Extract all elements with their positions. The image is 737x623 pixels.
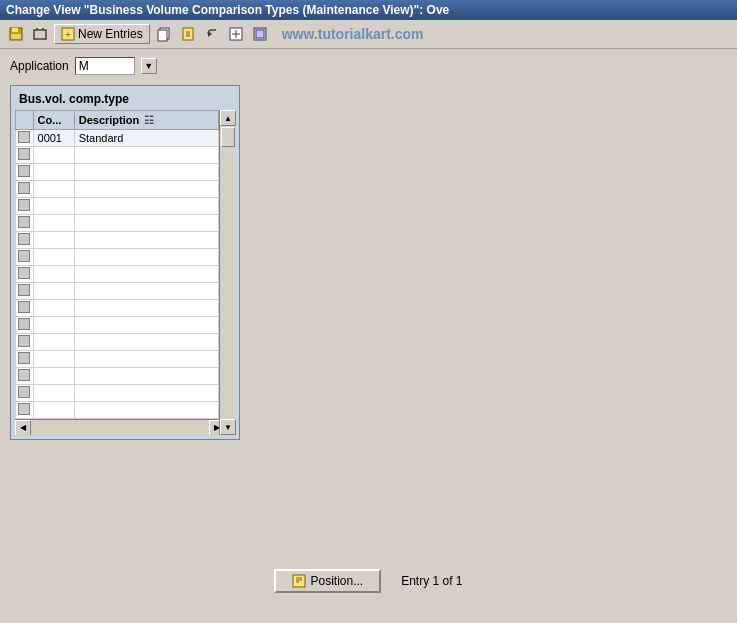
table-row[interactable] xyxy=(16,402,219,419)
table-row[interactable] xyxy=(16,147,219,164)
svg-rect-3 xyxy=(34,30,46,39)
select-all-icon[interactable] xyxy=(250,24,270,44)
svg-rect-19 xyxy=(256,30,264,38)
cell-code: 0001 xyxy=(33,130,74,147)
row-checkbox[interactable] xyxy=(18,403,30,415)
cell-description xyxy=(74,181,218,198)
cell-code xyxy=(33,300,74,317)
new-entries-label: New Entries xyxy=(78,27,143,41)
table-row[interactable] xyxy=(16,164,219,181)
scroll-left-button[interactable]: ◀ xyxy=(15,420,31,436)
table-settings-icon[interactable]: ☷ xyxy=(142,113,156,127)
cell-code xyxy=(33,215,74,232)
cell-code xyxy=(33,266,74,283)
table-row[interactable] xyxy=(16,198,219,215)
row-checkbox[interactable] xyxy=(18,148,30,160)
cell-code xyxy=(33,249,74,266)
scroll-right-button[interactable]: ▶ xyxy=(209,420,219,436)
move-icon[interactable] xyxy=(226,24,246,44)
cell-description xyxy=(74,232,218,249)
row-checkbox[interactable] xyxy=(18,250,30,262)
cell-description xyxy=(74,334,218,351)
cell-description: Standard xyxy=(74,130,218,147)
table-row[interactable] xyxy=(16,368,219,385)
application-input[interactable] xyxy=(75,57,135,75)
row-checkbox[interactable] xyxy=(18,318,30,330)
table-row[interactable]: 0001Standard xyxy=(16,130,219,147)
row-checkbox[interactable] xyxy=(18,284,30,296)
table-container: Bus.vol. comp.type Co... Description ☷ xyxy=(10,85,240,440)
table-row[interactable] xyxy=(16,215,219,232)
table-row[interactable] xyxy=(16,317,219,334)
cell-description xyxy=(74,147,218,164)
application-field-row: Application ▼ xyxy=(10,57,727,75)
row-checkbox[interactable] xyxy=(18,233,30,245)
scroll-up-button[interactable]: ▲ xyxy=(220,110,236,126)
title-bar: Change View "Business Volume Comparison … xyxy=(0,0,737,20)
table-inner: Co... Description ☷ 0001Standard ◀ xyxy=(15,110,219,435)
scroll-thumb[interactable] xyxy=(221,127,235,147)
cell-description xyxy=(74,317,218,334)
row-checkbox[interactable] xyxy=(18,301,30,313)
paste-icon[interactable] xyxy=(178,24,198,44)
cell-code xyxy=(33,283,74,300)
row-checkbox[interactable] xyxy=(18,165,30,177)
row-checkbox[interactable] xyxy=(18,369,30,381)
cell-code xyxy=(33,181,74,198)
title-text: Change View "Business Volume Comparison … xyxy=(6,3,449,17)
col-header-checkbox xyxy=(16,111,34,130)
svg-rect-1 xyxy=(12,28,18,32)
vertical-scrollbar[interactable]: ▲ ▼ xyxy=(219,110,235,435)
new-entries-button[interactable]: + New Entries xyxy=(54,24,150,44)
row-checkbox[interactable] xyxy=(18,335,30,347)
cell-description xyxy=(74,164,218,181)
cell-description xyxy=(74,402,218,419)
cell-code xyxy=(33,402,74,419)
cell-description xyxy=(74,249,218,266)
watermark: www.tutorialkart.com xyxy=(282,26,424,42)
row-checkbox[interactable] xyxy=(18,199,30,211)
copy-pages-icon[interactable] xyxy=(154,24,174,44)
cell-code xyxy=(33,368,74,385)
cell-description xyxy=(74,198,218,215)
table-row[interactable] xyxy=(16,249,219,266)
table-row[interactable] xyxy=(16,266,219,283)
table-row[interactable] xyxy=(16,283,219,300)
table-row[interactable] xyxy=(16,181,219,198)
cell-description xyxy=(74,266,218,283)
toolbar: + New Entries xyxy=(0,20,737,49)
table-row[interactable] xyxy=(16,300,219,317)
row-checkbox[interactable] xyxy=(18,352,30,364)
bottom-bar: Position... Entry 1 of 1 xyxy=(0,569,737,593)
table-row[interactable] xyxy=(16,385,219,402)
col-header-code: Co... xyxy=(33,111,74,130)
table-row[interactable] xyxy=(16,351,219,368)
undo-icon[interactable] xyxy=(202,24,222,44)
data-table: Co... Description ☷ 0001Standard xyxy=(15,110,219,419)
shortcut-icon[interactable] xyxy=(30,24,50,44)
horizontal-scrollbar[interactable]: ◀ ▶ xyxy=(15,419,219,435)
position-button[interactable]: Position... xyxy=(274,569,381,593)
position-button-label: Position... xyxy=(310,574,363,588)
table-wrapper: Co... Description ☷ 0001Standard ◀ xyxy=(15,110,235,435)
scroll-down-button[interactable]: ▼ xyxy=(220,419,236,435)
row-checkbox[interactable] xyxy=(18,386,30,398)
table-row[interactable] xyxy=(16,334,219,351)
svg-text:+: + xyxy=(65,29,71,40)
svg-rect-9 xyxy=(158,30,167,41)
table-row[interactable] xyxy=(16,232,219,249)
row-checkbox[interactable] xyxy=(18,216,30,228)
cell-code xyxy=(33,351,74,368)
row-checkbox[interactable] xyxy=(18,131,30,143)
svg-marker-14 xyxy=(208,31,212,37)
row-checkbox[interactable] xyxy=(18,267,30,279)
cell-code xyxy=(33,164,74,181)
cell-code xyxy=(33,147,74,164)
save-icon[interactable] xyxy=(6,24,26,44)
col-header-description: Description ☷ xyxy=(74,111,218,130)
cell-code xyxy=(33,198,74,215)
cell-description xyxy=(74,283,218,300)
application-field-button[interactable]: ▼ xyxy=(141,58,157,74)
cell-description xyxy=(74,351,218,368)
row-checkbox[interactable] xyxy=(18,182,30,194)
